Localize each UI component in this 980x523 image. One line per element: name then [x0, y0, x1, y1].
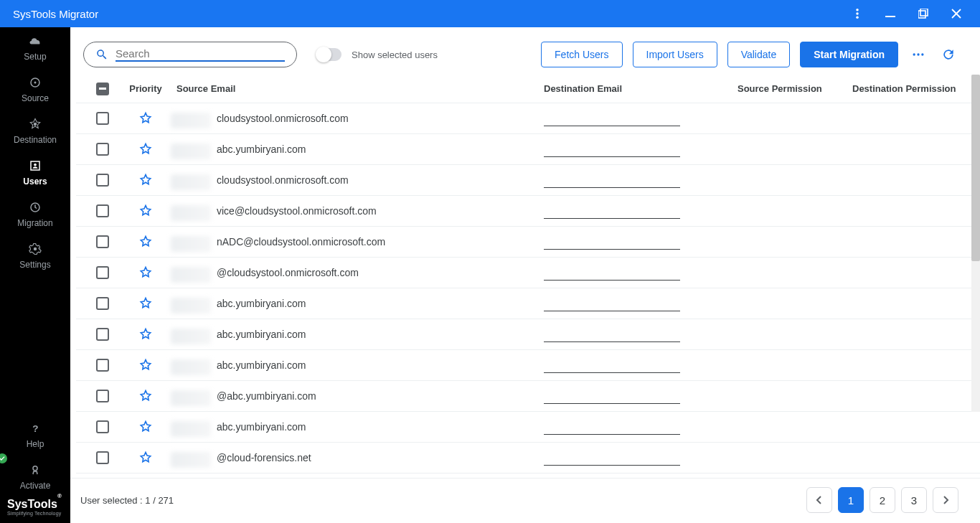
destination-email-input[interactable]	[544, 450, 680, 466]
destination-email-input[interactable]	[544, 110, 680, 126]
sidebar-item-users[interactable]: Users	[0, 152, 70, 194]
row-checkbox[interactable]	[96, 451, 109, 464]
priority-star[interactable]	[121, 389, 171, 403]
destination-email-input[interactable]	[544, 265, 680, 281]
destination-email-input[interactable]	[544, 172, 680, 188]
row-checkbox[interactable]	[96, 174, 109, 187]
close-button[interactable]	[940, 0, 973, 27]
row-checkbox[interactable]	[96, 328, 109, 341]
table-row[interactable]: cloudsystool.onmicrosoft.com	[76, 165, 980, 196]
row-checkbox[interactable]	[96, 359, 109, 372]
table-row[interactable]: vice@cloudsystool.onmicrosoft.com	[76, 196, 980, 227]
sidebar-label-setup: Setup	[24, 52, 46, 62]
sidebar-item-settings[interactable]: Settings	[0, 235, 70, 277]
col-source-email[interactable]: Source Email	[171, 83, 544, 94]
table-row[interactable]: @cloudsystool.onmicrosoft.com	[76, 258, 980, 288]
row-checkbox[interactable]	[96, 390, 109, 402]
priority-star[interactable]	[121, 173, 171, 187]
svg-point-15	[33, 466, 37, 471]
app-title: SysTools Migrator	[13, 8, 98, 20]
destination-email-input[interactable]	[544, 234, 680, 250]
source-email-text: cloudsystool.onmicrosoft.com	[217, 113, 349, 124]
col-destination-permission[interactable]: Destination Permission	[852, 83, 960, 94]
more-options-button[interactable]	[908, 42, 928, 67]
priority-star[interactable]	[121, 204, 171, 218]
priority-star[interactable]	[121, 296, 171, 311]
destination-email-input[interactable]	[544, 357, 680, 373]
destination-email-input[interactable]	[544, 141, 680, 157]
page-1-button[interactable]: 1	[838, 487, 864, 513]
page-next-button[interactable]	[933, 487, 958, 513]
sidebar-label-users: Users	[23, 176, 47, 187]
table-row[interactable]: abc.yumbiryani.com	[76, 319, 980, 350]
row-checkbox[interactable]	[96, 297, 109, 310]
page-3-button[interactable]: 3	[901, 487, 927, 513]
row-checkbox[interactable]	[96, 420, 109, 433]
destination-email-input[interactable]	[544, 388, 680, 404]
priority-star[interactable]	[121, 358, 171, 372]
source-email-text: abc.yumbiryani.com	[217, 298, 306, 309]
vertical-scrollbar[interactable]	[971, 75, 980, 412]
source-email-text: abc.yumbiryani.com	[217, 359, 306, 371]
sidebar-item-source[interactable]: Source	[0, 69, 70, 110]
row-checkbox[interactable]	[96, 112, 109, 125]
table-row[interactable]: cloudsystool.onmicrosoft.com	[76, 103, 980, 134]
priority-star[interactable]	[121, 235, 171, 249]
priority-star[interactable]	[121, 142, 171, 156]
sidebar-item-help[interactable]: ? Help	[0, 415, 70, 456]
minimize-button[interactable]	[874, 0, 907, 27]
maximize-button[interactable]	[907, 0, 940, 27]
table-row[interactable]: abc.yumbiryani.com	[76, 288, 980, 319]
destination-email-input[interactable]	[544, 419, 680, 435]
show-selected-toggle[interactable]	[317, 48, 341, 61]
svg-point-9	[34, 82, 37, 84]
row-checkbox[interactable]	[96, 204, 109, 217]
import-users-button[interactable]: Import Users	[633, 42, 717, 67]
svg-point-2	[856, 17, 859, 19]
table-row[interactable]: @cloud-forensics.net	[76, 443, 980, 473]
sidebar: Setup Source Destination Users Migration…	[0, 27, 70, 523]
sidebar-item-setup[interactable]: Setup	[0, 27, 70, 69]
redacted-text	[171, 113, 211, 128]
search-box[interactable]	[83, 42, 297, 67]
validate-button[interactable]: Validate	[727, 42, 791, 67]
table-row[interactable]: nADC@cloudsystool.onmicrosoft.com	[76, 227, 980, 258]
priority-star[interactable]	[121, 451, 171, 465]
selection-counter: User selected : 1 / 271	[80, 495, 174, 506]
select-all-checkbox[interactable]	[96, 83, 109, 95]
col-source-permission[interactable]: Source Permission	[738, 83, 852, 94]
table-row[interactable]: abc.yumbiryani.com	[76, 134, 980, 165]
svg-point-0	[856, 9, 859, 11]
table-row[interactable]: @abc.yumbiryani.com	[76, 381, 980, 412]
row-checkbox[interactable]	[96, 266, 109, 279]
destination-email-input[interactable]	[544, 203, 680, 219]
search-input[interactable]	[116, 47, 285, 62]
source-email-text: abc.yumbiryani.com	[217, 329, 306, 340]
source-email-text: vice@cloudsystool.onmicrosoft.com	[217, 205, 377, 217]
destination-email-input[interactable]	[544, 326, 680, 342]
start-migration-button[interactable]: Start Migration	[800, 42, 898, 67]
table-row[interactable]: abc.yumbiryani.com	[76, 412, 980, 443]
col-destination-email[interactable]: Destination Email	[544, 83, 738, 94]
menu-dots-icon[interactable]	[841, 0, 874, 27]
refresh-button[interactable]	[938, 42, 958, 67]
svg-point-1	[856, 12, 859, 15]
svg-rect-4	[918, 11, 925, 18]
sidebar-item-migration[interactable]: Migration	[0, 194, 70, 235]
col-priority[interactable]: Priority	[121, 83, 171, 94]
destination-email-input[interactable]	[544, 296, 680, 311]
priority-star[interactable]	[121, 420, 171, 434]
check-badge-icon	[0, 453, 7, 463]
priority-star[interactable]	[121, 111, 171, 126]
redacted-text	[171, 329, 211, 344]
table-row[interactable]: abc.yumbiryani.com	[76, 350, 980, 381]
priority-star[interactable]	[121, 327, 171, 341]
row-checkbox[interactable]	[96, 235, 109, 248]
sidebar-item-activate[interactable]: Activate	[0, 456, 70, 498]
priority-star[interactable]	[121, 265, 171, 280]
page-prev-button[interactable]	[806, 487, 832, 513]
row-checkbox[interactable]	[96, 143, 109, 156]
page-2-button[interactable]: 2	[870, 487, 895, 513]
sidebar-item-destination[interactable]: Destination	[0, 110, 70, 152]
fetch-users-button[interactable]: Fetch Users	[541, 42, 622, 67]
